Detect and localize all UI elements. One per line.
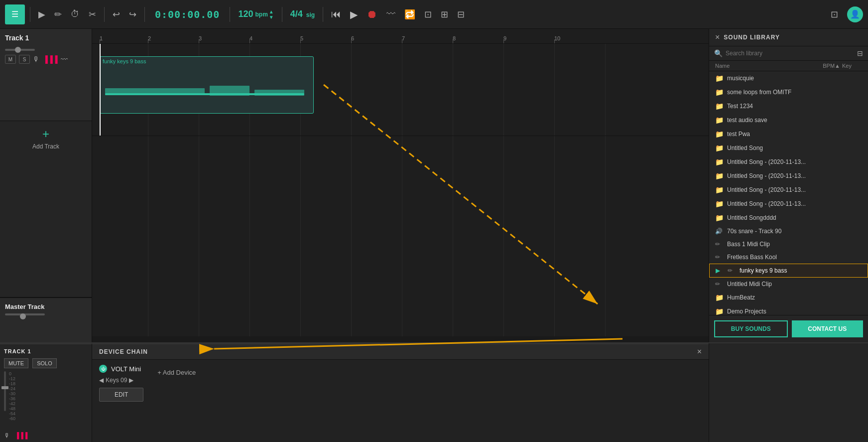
fullscreen-button[interactable]: ⊡ bbox=[828, 7, 841, 22]
folder-icon: 📁 bbox=[715, 214, 723, 222]
tracks-content: funky keys 9 bass bbox=[92, 44, 709, 336]
ruler-line-1 bbox=[100, 39, 100, 43]
skip-back-button[interactable]: ⏮ bbox=[328, 6, 344, 22]
bottom-track-controls: TRACK 1 MUTE SOLO 0 -12 -18 -24 -30 -36 … bbox=[0, 343, 92, 442]
track1-controls bbox=[5, 46, 87, 51]
ruler-line-7 bbox=[402, 39, 402, 43]
ruler-line-4 bbox=[249, 39, 250, 43]
bottom-mute-button[interactable]: MUTE bbox=[4, 358, 28, 368]
bottom-solo-button[interactable]: SOLO bbox=[32, 358, 57, 368]
contact-us-button[interactable]: CONTACT US bbox=[792, 320, 864, 337]
audio-clip[interactable]: funky keys 9 bass bbox=[100, 56, 314, 114]
select-tool-button[interactable]: ▶ bbox=[35, 7, 48, 22]
library-item-test1234[interactable]: 📁 Test 1234 bbox=[709, 99, 868, 113]
master-track-area: Master Track bbox=[0, 297, 92, 342]
ruler-line-2 bbox=[148, 39, 148, 43]
import-button[interactable]: ⊞ bbox=[438, 7, 451, 22]
device-chain-close-button[interactable]: × bbox=[697, 347, 702, 356]
bottom-bars-icon: ▐▐▐ bbox=[15, 432, 28, 439]
pencil-icon: ✏ bbox=[715, 254, 723, 261]
bottom-track-label: TRACK 1 bbox=[4, 348, 88, 354]
library-item-fretless[interactable]: ✏ Fretless Bass Kool bbox=[709, 251, 868, 264]
device-power-btn[interactable]: ⏻ bbox=[99, 365, 107, 373]
redo-button[interactable]: ↪ bbox=[126, 7, 139, 22]
search-icon: 🔍 bbox=[714, 49, 723, 57]
ruler-line-5 bbox=[300, 39, 301, 43]
filter-icon[interactable]: ⊟ bbox=[857, 49, 863, 57]
library-item-bass1[interactable]: ✏ Bass 1 Midi Clip bbox=[709, 238, 868, 251]
device-edit-button[interactable]: EDIT bbox=[99, 388, 143, 402]
track1-mute-btn[interactable]: M bbox=[5, 55, 16, 64]
library-item-funky-keys[interactable]: ▶ ✏ funky keys 9 bass bbox=[709, 264, 868, 278]
item-name: Untitled Song bbox=[727, 145, 862, 151]
track1-bars-icon: ▐▐▐ bbox=[43, 55, 58, 63]
library-item-untitled-song-1[interactable]: 📁 Untitled Song - (2020-11-13... bbox=[709, 155, 868, 169]
col-bpm-header: BPM▲ bbox=[812, 63, 842, 69]
fader-track[interactable] bbox=[4, 371, 6, 411]
bpm-arrows[interactable]: ▲ ▼ bbox=[269, 9, 274, 20]
library-item-test-pwa[interactable]: 📁 test Pwa bbox=[709, 127, 868, 141]
repeat-button[interactable]: 🔁 bbox=[401, 7, 418, 22]
add-device-button[interactable]: + Add Device bbox=[153, 365, 200, 380]
library-item-untitled-song-3[interactable]: 📁 Untitled Song - (2020-11-13... bbox=[709, 183, 868, 197]
folder-icon: 📁 bbox=[715, 158, 723, 166]
mute-solo-row: MUTE SOLO bbox=[4, 358, 88, 368]
track1-solo-btn[interactable]: S bbox=[19, 55, 30, 64]
export-button[interactable]: ⊡ bbox=[421, 7, 435, 22]
buy-sounds-button[interactable]: BUY SOUNDS bbox=[714, 320, 788, 337]
master-volume-slider[interactable] bbox=[5, 313, 45, 315]
folder-icon: 📁 bbox=[715, 102, 723, 110]
device-chain-title: DEVICE CHAIN bbox=[99, 348, 691, 355]
library-item-some-loops[interactable]: 📁 some loops from OMITF bbox=[709, 85, 868, 99]
track1-header: Track 1 M S 🎙 ▐▐▐ 〰 bbox=[0, 29, 92, 121]
loop-button[interactable]: 〰 bbox=[383, 7, 398, 21]
library-item-untitled-song-2[interactable]: 📁 Untitled Song - (2020-11-13... bbox=[709, 169, 868, 183]
library-item-test-audio-save[interactable]: 📁 test audio save bbox=[709, 113, 868, 127]
clock-tool-button[interactable]: ⏱ bbox=[68, 7, 83, 21]
sound-library-list: 📁 musicquie 📁 some loops from OMITF 📁 Te… bbox=[709, 71, 868, 315]
pencil-tool-button[interactable]: ✏ bbox=[51, 7, 65, 22]
sig-value: 4/4 bbox=[290, 9, 303, 19]
bottom-icons: 🎙 ▐▐▐ bbox=[4, 432, 88, 439]
preset-arrow-left[interactable]: ◀ bbox=[99, 377, 104, 384]
item-name: some loops from OMITF bbox=[727, 89, 862, 96]
settings-button[interactable]: ⊟ bbox=[454, 7, 468, 22]
audio-icon: 🔊 bbox=[715, 228, 723, 235]
folder-icon: 📁 bbox=[715, 294, 723, 301]
preset-arrow-right[interactable]: ▶ bbox=[129, 377, 133, 384]
folder-icon: 📁 bbox=[715, 307, 723, 315]
item-name: Fretless Bass Kool bbox=[727, 254, 862, 261]
library-item-musicquie[interactable]: 📁 musicquie bbox=[709, 71, 868, 85]
play-button[interactable]: ▶ bbox=[347, 6, 361, 22]
profile-avatar[interactable]: 👤 bbox=[847, 6, 863, 22]
device-chain-header: DEVICE CHAIN × bbox=[92, 344, 709, 360]
library-item-humbeatz[interactable]: 📁 HumBeatz bbox=[709, 291, 868, 304]
library-item-untitled-song[interactable]: 📁 Untitled Song bbox=[709, 141, 868, 155]
library-item-untitled-songdddd[interactable]: 📁 Untitled Songdddd bbox=[709, 211, 868, 225]
bpm-display[interactable]: 120 bpm ▲ ▼ bbox=[235, 9, 276, 20]
sound-library-panel: × SOUND LIBRARY 🔍 ⊟ Name BPM▲ Key 📁 musi… bbox=[709, 29, 868, 342]
sound-library-close-icon[interactable]: × bbox=[715, 33, 720, 42]
time-sig-display: 4/4 sig bbox=[287, 9, 318, 19]
item-name: Bass 1 Midi Clip bbox=[727, 241, 862, 248]
playhead bbox=[100, 44, 101, 136]
undo-button[interactable]: ↩ bbox=[110, 7, 123, 22]
db-scale: 0 -12 -18 -24 -30 -36 -42 -48 -54 -60 bbox=[9, 371, 15, 411]
preset-name: Keys 09 bbox=[106, 377, 127, 384]
library-item-untitled-song-4[interactable]: 📁 Untitled Song - (2020-11-13... bbox=[709, 197, 868, 211]
tracks-panel: Track 1 M S 🎙 ▐▐▐ 〰 + Add Track Master T… bbox=[0, 29, 92, 342]
menu-button[interactable]: ☰ bbox=[5, 4, 25, 24]
device-chain-body: ⏻ VOLT Mini ◀ Keys 09 ▶ EDIT + Add Devic… bbox=[92, 360, 709, 407]
library-item-untitled-midi[interactable]: ✏ Untitled Midi Clip bbox=[709, 278, 868, 291]
add-track-label: Add Track bbox=[32, 143, 59, 150]
add-track-area[interactable]: + Add Track bbox=[0, 121, 92, 297]
library-item-demo-projects[interactable]: 📁 Demo Projects bbox=[709, 304, 868, 315]
horizontal-scrollbar[interactable] bbox=[92, 336, 709, 342]
search-input[interactable] bbox=[726, 50, 854, 57]
item-name: Untitled Midi Clip bbox=[727, 281, 862, 288]
divider-1 bbox=[30, 7, 30, 22]
library-item-70s-snare[interactable]: 🔊 70s snare - Track 90 bbox=[709, 225, 868, 238]
record-button[interactable]: ⏺ bbox=[364, 6, 380, 23]
track1-volume-slider[interactable] bbox=[5, 49, 35, 51]
cut-tool-button[interactable]: ✂ bbox=[86, 7, 99, 22]
